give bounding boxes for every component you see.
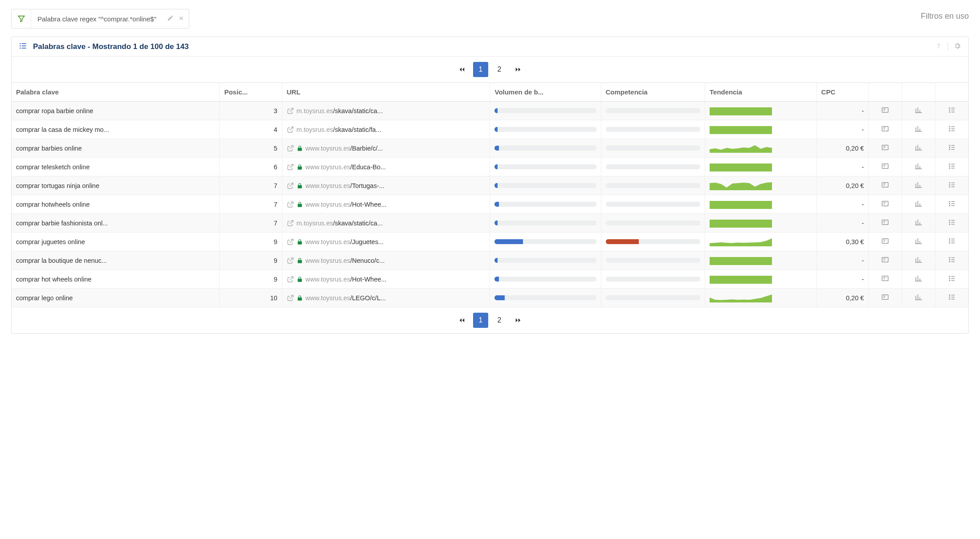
- list-action-icon[interactable]: [935, 289, 968, 307]
- cell-url[interactable]: www.toysrus.es/LEGO/c/L...: [282, 289, 490, 307]
- cell-url[interactable]: www.toysrus.es/Juguetes...: [282, 233, 490, 251]
- filter-chip[interactable]: Palabra clave regex "^comprar.*online$": [11, 9, 189, 29]
- report-icon[interactable]: [869, 195, 902, 214]
- pagination-next[interactable]: [510, 62, 526, 77]
- report-icon[interactable]: [869, 158, 902, 176]
- pagination-page-2[interactable]: 2: [492, 62, 507, 77]
- svg-point-36: [949, 239, 950, 240]
- filter-chip-label: Palabra clave regex "^comprar.*online$": [31, 15, 163, 23]
- pagination-bottom: 12: [12, 307, 968, 333]
- cell-cpc: 0,30 €: [817, 233, 869, 251]
- cell-url[interactable]: m.toysrus.es/skava/static/ca...: [282, 102, 490, 120]
- col-competition-header[interactable]: Competencia: [601, 83, 705, 102]
- list-action-icon[interactable]: [935, 233, 968, 251]
- report-icon[interactable]: [869, 102, 902, 120]
- cell-url[interactable]: www.toysrus.es/Nenuco/c...: [282, 251, 490, 270]
- cell-position: 5: [220, 139, 282, 158]
- cell-cpc: -: [817, 120, 869, 139]
- list-action-icon[interactable]: [935, 139, 968, 158]
- cell-url[interactable]: m.toysrus.es/skava/static/fa...: [282, 120, 490, 139]
- cell-keyword[interactable]: comprar telesketch online: [12, 158, 220, 176]
- cell-cpc: -: [817, 195, 869, 214]
- chart-icon[interactable]: [902, 195, 935, 214]
- report-icon[interactable]: [869, 139, 902, 158]
- cell-keyword[interactable]: comprar la casa de mickey mo...: [12, 120, 220, 139]
- cell-volume: [490, 139, 601, 158]
- report-icon[interactable]: [869, 120, 902, 139]
- chart-icon[interactable]: [902, 289, 935, 307]
- cell-competition: [601, 139, 705, 158]
- cell-competition: [601, 289, 705, 307]
- table-row: comprar barbies online5www.toysrus.es/Ba…: [12, 139, 968, 158]
- chart-icon[interactable]: [902, 176, 935, 195]
- cell-url[interactable]: m.toysrus.es/skava/static/ca...: [282, 214, 490, 233]
- cell-volume: [490, 233, 601, 251]
- list-action-icon[interactable]: [935, 270, 968, 289]
- cell-url[interactable]: www.toysrus.es/Barbie/c/...: [282, 139, 490, 158]
- list-action-icon[interactable]: [935, 251, 968, 270]
- report-icon[interactable]: [869, 251, 902, 270]
- pagination-page-2[interactable]: 2: [492, 313, 507, 328]
- help-icon[interactable]: [935, 42, 942, 51]
- cell-position: 9: [220, 233, 282, 251]
- col-keyword-header[interactable]: Palabra clave: [12, 83, 220, 102]
- svg-point-18: [949, 149, 950, 150]
- list-action-icon[interactable]: [935, 120, 968, 139]
- chart-icon[interactable]: [902, 270, 935, 289]
- cell-url[interactable]: www.toysrus.es/Hot-Whee...: [282, 195, 490, 214]
- cell-keyword[interactable]: comprar tortugas ninja online: [12, 176, 220, 195]
- chart-icon[interactable]: [902, 158, 935, 176]
- gear-icon[interactable]: [953, 42, 961, 51]
- report-icon[interactable]: [869, 270, 902, 289]
- edit-filter-icon[interactable]: [167, 15, 174, 23]
- remove-filter-icon[interactable]: [178, 15, 184, 23]
- chart-icon[interactable]: [902, 120, 935, 139]
- report-icon[interactable]: [869, 289, 902, 307]
- cell-competition: [601, 120, 705, 139]
- cell-competition: [601, 214, 705, 233]
- cell-cpc: -: [817, 158, 869, 176]
- cell-keyword[interactable]: comprar hotwheels online: [12, 195, 220, 214]
- svg-point-26: [949, 187, 950, 188]
- cell-url[interactable]: www.toysrus.es/Hot-Whee...: [282, 270, 490, 289]
- cell-url[interactable]: www.toysrus.es/Tortugas-...: [282, 176, 490, 195]
- col-cpc-header[interactable]: CPC: [817, 83, 869, 102]
- list-action-icon[interactable]: [935, 102, 968, 120]
- chart-icon[interactable]: [902, 139, 935, 158]
- panel-header: Palabras clave - Mostrando 1 de 100 de 1…: [12, 37, 968, 57]
- list-action-icon[interactable]: [935, 214, 968, 233]
- cell-volume: [490, 251, 601, 270]
- cell-keyword[interactable]: comprar barbie fashionista onl...: [12, 214, 220, 233]
- cell-trend: [705, 270, 817, 289]
- col-position-header[interactable]: Posic...: [220, 83, 282, 102]
- pagination-page-1[interactable]: 1: [473, 313, 488, 328]
- pagination-prev[interactable]: [454, 313, 470, 328]
- list-action-icon[interactable]: [935, 195, 968, 214]
- cell-keyword[interactable]: comprar lego online: [12, 289, 220, 307]
- list-action-icon[interactable]: [935, 176, 968, 195]
- report-icon[interactable]: [869, 176, 902, 195]
- chart-icon[interactable]: [902, 102, 935, 120]
- report-icon[interactable]: [869, 214, 902, 233]
- col-volume-header[interactable]: Volumen de b...: [490, 83, 601, 102]
- cell-url[interactable]: www.toysrus.es/Educa-Bo...: [282, 158, 490, 176]
- cell-keyword[interactable]: comprar barbies online: [12, 139, 220, 158]
- pagination-next[interactable]: [510, 313, 526, 328]
- cell-cpc: 0,20 €: [817, 139, 869, 158]
- chart-icon[interactable]: [902, 214, 935, 233]
- cell-volume: [490, 289, 601, 307]
- col-url-header[interactable]: URL: [282, 83, 490, 102]
- chart-icon[interactable]: [902, 233, 935, 251]
- cell-keyword[interactable]: comprar juguetes online: [12, 233, 220, 251]
- cell-keyword[interactable]: comprar la boutique de nenuc...: [12, 251, 220, 270]
- cell-keyword[interactable]: comprar hot wheels online: [12, 270, 220, 289]
- report-icon[interactable]: [869, 233, 902, 251]
- pagination-page-1[interactable]: 1: [473, 62, 488, 77]
- pagination-prev[interactable]: [454, 62, 470, 77]
- col-trend-header[interactable]: Tendencia: [705, 83, 817, 102]
- chart-icon[interactable]: [902, 251, 935, 270]
- table-row: comprar juguetes online9www.toysrus.es/J…: [12, 233, 968, 251]
- cell-keyword[interactable]: comprar ropa barbie online: [12, 102, 220, 120]
- list-action-icon[interactable]: [935, 158, 968, 176]
- table-row: comprar la boutique de nenuc...9www.toys…: [12, 251, 968, 270]
